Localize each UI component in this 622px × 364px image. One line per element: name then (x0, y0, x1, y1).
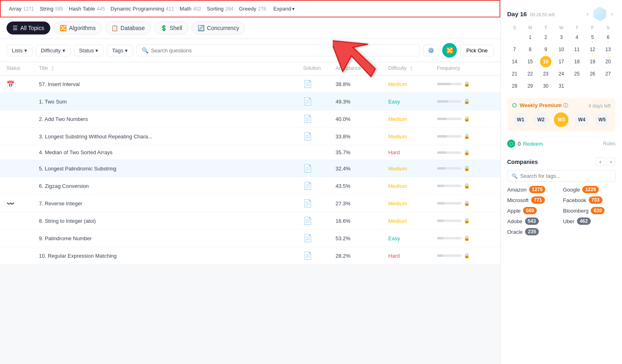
calendar-day[interactable]: 23 (540, 68, 551, 80)
company-adobe[interactable]: Adobe 543 (507, 218, 560, 225)
calendar-day[interactable]: 12 (587, 44, 598, 55)
calendar-day[interactable]: 30 (540, 80, 551, 92)
calendar-day[interactable]: 6 (603, 32, 614, 43)
calendar-day[interactable]: 18 (571, 56, 583, 67)
col-title[interactable]: 7. Reverse Integer (39, 200, 303, 207)
table-row[interactable]: 5. Longest Palindromic Substring 📄 32.4%… (0, 160, 500, 177)
company-uber[interactable]: Uber 462 (563, 218, 616, 225)
col-title[interactable]: 4. Median of Two Sorted Arrays (39, 149, 303, 155)
week-btn-w5[interactable]: W5 (595, 112, 609, 127)
calendar-day[interactable]: 31 (555, 80, 567, 92)
company-microsoft[interactable]: Microsoft 771 (507, 196, 560, 204)
settings-button[interactable]: ⚙️ (423, 45, 439, 56)
col-title[interactable]: 1. Two Sum (39, 99, 303, 105)
companies-prev-button[interactable]: ‹ (596, 157, 605, 166)
calendar-day[interactable]: 3 (555, 32, 567, 43)
company-facebook[interactable]: Facebook 703 (563, 196, 616, 204)
calendar-day[interactable]: 20 (603, 56, 614, 67)
calendar-day[interactable]: 9 (540, 44, 551, 55)
calendar-day[interactable]: 13 (603, 44, 614, 55)
tab-algorithms[interactable]: 🔀 Algorithms (54, 22, 102, 34)
calendar-day[interactable]: 2 (540, 32, 551, 43)
redeem-button[interactable]: Redeem (523, 141, 543, 147)
table-row[interactable]: 4. Median of Two Sorted Arrays 35.7% Har… (0, 145, 500, 160)
col-title[interactable]: 6. Zigzag Conversion (39, 183, 303, 189)
calendar-day[interactable] (509, 32, 520, 43)
col-title[interactable]: 5. Longest Palindromic Substring (39, 166, 303, 172)
calendar-day[interactable]: 8 (525, 44, 536, 55)
tag-greedy[interactable]: Greedy 278 (237, 5, 268, 13)
tag-math[interactable]: Math 402 (178, 5, 203, 13)
tag-dynamic-programming[interactable]: Dynamic Programming 411 (109, 5, 176, 13)
calendar-day[interactable]: 4 (571, 32, 583, 43)
companies-search-input[interactable] (520, 173, 611, 179)
calendar-day[interactable]: 15 (525, 56, 536, 67)
calendar-day[interactable]: 26 (587, 68, 598, 80)
calendar-day[interactable]: 24 (555, 68, 567, 80)
week-btn-w3[interactable]: W3 (554, 112, 568, 127)
table-row[interactable]: 3. Longest Substring Without Repeating C… (0, 128, 500, 145)
table-row[interactable]: 📅 57. Insert Interval 📄 38.8% Medium 🔒 (0, 75, 500, 93)
col-title[interactable]: 57. Insert Interval (39, 81, 303, 87)
tab-all-topics[interactable]: ☰ All Topics (6, 22, 50, 34)
calendar-day[interactable]: 27 (603, 68, 614, 80)
tab-concurrency[interactable]: 🔄 Concurrency (192, 22, 245, 34)
tags-filter[interactable]: Tags ▾ (107, 45, 133, 56)
col-title[interactable]: 10. Regular Expression Matching (39, 253, 303, 259)
col-title[interactable]: 8. String to Integer (atoi) (39, 218, 303, 224)
calendar-day[interactable]: 7 (509, 44, 520, 55)
company-amazon[interactable]: Amazon 1275 (507, 186, 560, 193)
week-btn-w2[interactable]: W2 (534, 112, 548, 127)
header-title[interactable]: Title ▲▼ (39, 65, 303, 72)
header-difficulty[interactable]: Difficulty ▲▼ (388, 65, 437, 72)
difficulty-filter[interactable]: Difficulty ▾ (36, 45, 71, 56)
calendar-prev-button[interactable]: ‹ (584, 10, 591, 18)
week-btn-w1[interactable]: W1 (513, 112, 528, 127)
calendar-day[interactable]: 10 (555, 44, 567, 55)
calendar-day[interactable]: 29 (525, 80, 536, 92)
tab-shell[interactable]: 💲 Shell (154, 22, 188, 34)
table-row[interactable]: 〰️ 7. Reverse Integer 📄 27.3% Medium 🔒 (0, 195, 500, 212)
week-btn-w4[interactable]: W4 (575, 112, 589, 127)
col-title[interactable]: 3. Longest Substring Without Repeating C… (39, 134, 303, 140)
tag-array[interactable]: Array 1271 (7, 5, 36, 13)
table-row[interactable]: 8. String to Integer (atoi) 📄 16.6% Medi… (0, 212, 500, 230)
col-frequency: 🔒 (437, 99, 494, 104)
random-button[interactable]: 🔀 (442, 43, 457, 58)
status-filter[interactable]: Status ▾ (74, 45, 104, 56)
table-row[interactable]: 6. Zigzag Conversion 📄 43.5% Medium 🔒 (0, 177, 500, 195)
table-row[interactable]: 2. Add Two Numbers 📄 40.0% Medium 🔒 (0, 110, 500, 128)
lists-filter[interactable]: Lists ▾ (6, 45, 32, 56)
calendar-day[interactable]: 28 (509, 80, 520, 92)
tag-hash-table[interactable]: Hash Table 445 (67, 5, 107, 13)
calendar-day[interactable]: 11 (571, 44, 583, 55)
tab-database[interactable]: 📋 Database (105, 22, 151, 34)
col-title[interactable]: 2. Add Two Numbers (39, 116, 303, 122)
calendar-day[interactable]: 17 (555, 56, 567, 67)
calendar-day[interactable]: 1 (525, 32, 536, 43)
col-title[interactable]: 9. Palindrome Number (39, 235, 303, 241)
expand-tags-button[interactable]: Expand ▾ (273, 6, 295, 12)
company-google[interactable]: Google 1226 (563, 186, 616, 193)
company-bloomberg[interactable]: Bloomberg 639 (563, 207, 616, 214)
tag-string[interactable]: String 595 (38, 5, 65, 13)
company-oracle[interactable]: Oracle 235 (507, 228, 560, 235)
company-apple[interactable]: Apple 669 (507, 207, 560, 214)
table-row[interactable]: 10. Regular Expression Matching 📄 28.2% … (0, 247, 500, 265)
calendar-next-button[interactable]: › (609, 10, 616, 18)
table-row[interactable]: 1. Two Sum 📄 49.3% Easy 🔒 (0, 93, 500, 110)
calendar-day[interactable]: 5 (587, 32, 598, 43)
header-acceptance[interactable]: Acceptance ▲▼ (336, 65, 388, 72)
pick-one-button[interactable]: Pick One (460, 45, 494, 56)
calendar-day[interactable]: 25 (571, 68, 583, 80)
companies-next-button[interactable]: › (607, 157, 616, 166)
search-input[interactable] (151, 47, 415, 54)
calendar-day[interactable]: 21 (509, 68, 520, 80)
table-row[interactable]: 9. Palindrome Number 📄 53.2% Easy 🔒 (0, 230, 500, 247)
tag-sorting[interactable]: Sorting 284 (205, 5, 235, 13)
calendar-day[interactable]: 14 (509, 56, 520, 67)
rules-link[interactable]: Rules (603, 141, 616, 146)
calendar-day[interactable]: 16 (540, 56, 551, 67)
calendar-day[interactable]: 22 (525, 68, 536, 80)
calendar-day[interactable]: 19 (587, 56, 598, 67)
